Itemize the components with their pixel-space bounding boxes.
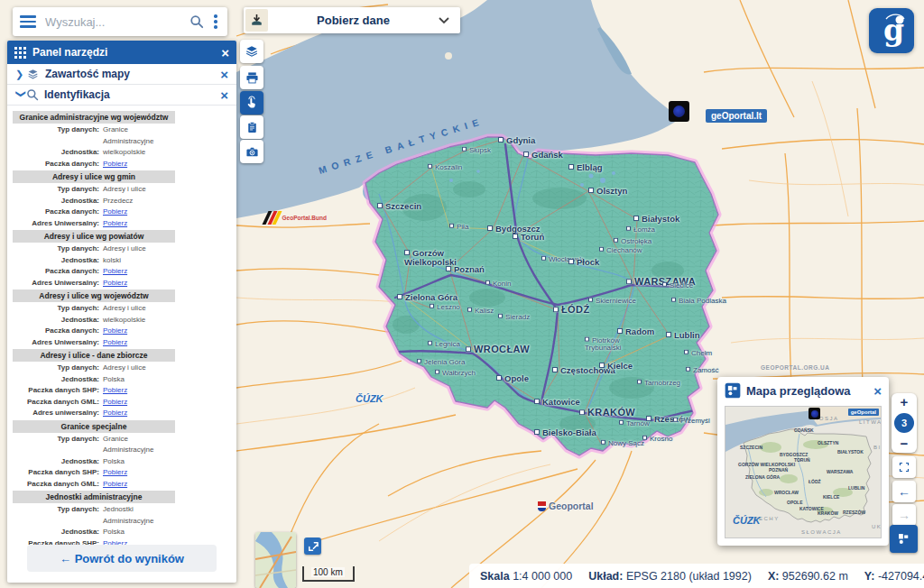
crs-label: Układ: [588, 570, 623, 583]
next-view-button[interactable]: → [892, 504, 916, 526]
download-link[interactable]: Pobierz [103, 538, 127, 546]
identification-section[interactable]: ❯ Identyfikacja × [7, 85, 236, 106]
overview-map-image[interactable]: ROSJALITWAGDAŃSKOLSZTYNSZCZECINBIAŁYSTOK… [725, 406, 882, 538]
geoportal-app: MORZE BAŁTYCKIE GdyniaGdańskSłupskKoszal… [0, 0, 924, 588]
result-row: Jednostka:Przedecz [13, 196, 175, 207]
more-options-icon[interactable] [211, 14, 220, 29]
map-contents-section[interactable]: ❯ Zawartość mapy × [7, 64, 236, 85]
result-field-label: Paczka danych: [13, 159, 99, 170]
result-field-label: Adres Uniwersalny: [13, 337, 99, 349]
result-field-label: Jednostka: [13, 147, 99, 159]
download-link[interactable]: Pobierz [103, 397, 127, 409]
result-field-label: Paczka danych: [13, 266, 99, 278]
result-row: Paczka danych:Pobierz [13, 207, 175, 218]
result-row: Paczka danych SHP:Pobierz [13, 385, 175, 397]
result-row: Typ danych:Granice Administracyjne [13, 434, 175, 456]
zoom-control: + 3 − [892, 393, 917, 453]
search-input[interactable] [45, 15, 189, 29]
result-row: Adres uniwersalny:Pobierz [13, 408, 175, 419]
result-field-value: Granice Administracyjne [103, 434, 175, 456]
result-section-header: Adresy i ulice wg gmin [13, 170, 175, 183]
overview-lt-logo-icon [808, 408, 820, 419]
previous-view-button[interactable]: ← [892, 481, 916, 502]
download-link[interactable]: Pobierz [103, 326, 127, 337]
back-to-results-button[interactable]: ← Powrót do wyników [27, 545, 217, 572]
basemap-expand-button[interactable] [304, 537, 321, 555]
result-row: Paczka danych:Pobierz [13, 266, 175, 278]
result-row: Typ danych:Jednostki Administracyjne [13, 504, 175, 527]
result-field-value: Adresy i ulice [103, 303, 146, 315]
download-link[interactable]: Pobierz [103, 266, 127, 278]
search-icon[interactable] [189, 14, 204, 29]
zoom-in-button[interactable]: + [901, 396, 909, 409]
download-link[interactable]: Pobierz [103, 207, 127, 218]
grid-icon [14, 47, 26, 59]
result-field-label: Jednostka: [13, 374, 99, 386]
download-link[interactable]: Pobierz [103, 159, 127, 170]
result-section-header: Adresy i ulice wg powiatów [13, 230, 175, 243]
search-bar [13, 7, 227, 36]
download-data-icon [245, 9, 268, 32]
print-tool-button[interactable] [240, 66, 263, 89]
overview-map-panel: Mapa przeglądowa × ROSJALITWAGDAŃSKOLSZT… [717, 377, 889, 546]
identify-search-icon [26, 88, 39, 101]
download-data-dropdown[interactable]: Pobierz dane [244, 7, 460, 33]
identification-label: Identyfikacja [44, 88, 220, 101]
result-field-label: Jednostka: [13, 196, 99, 207]
result-field-label: Jednostka: [13, 255, 99, 267]
fullscreen-button[interactable] [892, 456, 916, 478]
result-row: Jednostka:Polska [13, 374, 175, 386]
download-link[interactable]: Pobierz [103, 479, 127, 491]
result-row: Paczka danych SHP:Pobierz [13, 467, 175, 479]
close-overview-icon[interactable]: × [873, 384, 882, 398]
close-panel-icon[interactable]: × [221, 46, 229, 60]
result-field-label: Adres uniwersalny: [13, 408, 99, 419]
result-row: Paczka danych SHP:Pobierz [13, 538, 175, 546]
close-identification-icon[interactable]: × [220, 88, 228, 102]
download-link[interactable]: Pobierz [103, 385, 127, 397]
chevron-right-icon[interactable]: ❯ [15, 69, 26, 80]
download-link[interactable]: Pobierz [103, 278, 127, 289]
tools-panel-header: Panel narzędzi × [7, 41, 236, 64]
result-field-label: Paczka danych GML: [13, 479, 99, 491]
menu-icon[interactable] [20, 15, 36, 28]
result-row: Typ danych:Adresy i ulice [13, 243, 175, 255]
result-field-value: Granice Administracyjne [103, 124, 175, 147]
result-field-label: Typ danych: [13, 124, 99, 147]
close-map-contents-icon[interactable]: × [220, 68, 228, 81]
result-row: Jednostka:Polska [13, 456, 175, 468]
screenshot-tool-button[interactable] [240, 140, 263, 163]
y-coordinate-label: Y: [864, 570, 875, 583]
result-row: Jednostka:wielkopolskie [13, 315, 175, 326]
result-section-header: Jednostki administracyjne [13, 491, 175, 503]
download-link[interactable]: Pobierz [103, 467, 127, 479]
zoom-out-button[interactable]: − [901, 437, 909, 450]
result-row: Typ danych:Adresy i ulice [13, 363, 175, 374]
download-link[interactable]: Pobierz [103, 337, 127, 349]
download-link[interactable]: Pobierz [103, 218, 127, 230]
result-row: Jednostka:kolski [13, 255, 175, 267]
result-field-label: Paczka danych SHP: [13, 538, 99, 546]
map-contents-label: Zawartość mapy [45, 68, 220, 80]
result-row: Adres Uniwersalny:Pobierz [13, 278, 175, 289]
basemap-preview[interactable] [255, 532, 296, 588]
layers-tool-button[interactable] [240, 40, 263, 63]
scale-value: 1:4 000 000 [513, 570, 572, 583]
overview-map-toggle-button[interactable] [890, 525, 918, 553]
result-row: Paczka danych:Pobierz [13, 326, 175, 337]
identify-tool-button[interactable] [240, 91, 263, 115]
results-list-tool-button[interactable] [240, 115, 263, 139]
result-field-label: Paczka danych: [13, 326, 99, 337]
chevron-down-icon[interactable]: ❯ [15, 89, 27, 100]
zoom-level-badge: 3 [894, 413, 914, 433]
result-field-label: Typ danych: [13, 504, 99, 527]
result-row: Jednostka:wielkopolskie [13, 147, 175, 159]
result-field-value: wielkopolskie [103, 315, 145, 326]
result-field-value: Polska [103, 374, 125, 386]
result-section-header: Adresy i ulice wg województw [13, 289, 175, 302]
result-field-value: wielkopolskie [103, 147, 145, 159]
download-link[interactable]: Pobierz [103, 408, 127, 419]
result-field-value: Adresy i ulice [103, 363, 146, 374]
geoportal-logo[interactable]: g [869, 8, 914, 53]
x-coordinate-label: X: [768, 570, 780, 583]
